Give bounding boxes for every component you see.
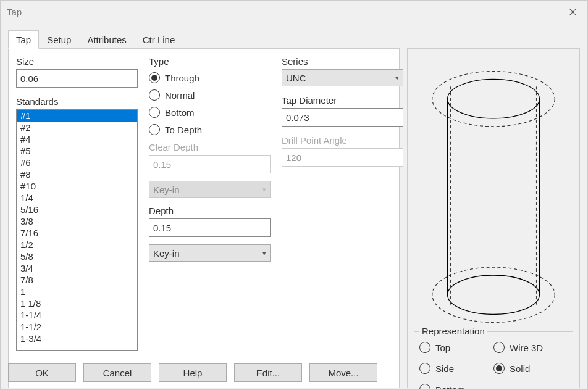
- list-item[interactable]: #4: [17, 133, 137, 145]
- radio-label: Top: [435, 342, 450, 353]
- clear-depth-input: [149, 155, 271, 173]
- list-item[interactable]: 3/8: [17, 215, 137, 227]
- radio-icon: [419, 384, 430, 390]
- help-button[interactable]: Help: [159, 363, 227, 382]
- chevron-down-icon: ▾: [262, 249, 266, 257]
- list-item[interactable]: #1: [17, 110, 137, 122]
- tab-attributes[interactable]: Attributes: [79, 30, 134, 49]
- preview-panel: Representation Top Side Bott: [407, 48, 580, 388]
- radio-icon: [494, 342, 505, 353]
- chevron-down-icon: ▾: [395, 74, 399, 82]
- list-item[interactable]: #2: [17, 122, 137, 133]
- series-combo[interactable]: UNC ▾: [282, 69, 403, 86]
- standards-listbox[interactable]: #1 #2 #4 #5 #6 #8 #10 1/4 5/16 3/8 7/16 …: [16, 109, 138, 351]
- dialog-button-row: OK Cancel Help Edit... Move...: [8, 363, 377, 382]
- size-input[interactable]: [16, 69, 138, 88]
- rep-radio-solid[interactable]: Solid: [494, 363, 568, 374]
- list-item[interactable]: #6: [17, 157, 137, 168]
- list-item[interactable]: 1-3/4: [17, 333, 137, 344]
- preview-canvas: [414, 55, 573, 335]
- size-label: Size: [16, 56, 138, 67]
- edit-button[interactable]: Edit...: [234, 363, 302, 382]
- tap-dialog: Tap Tap Setup Attributes Ctr Line Size S…: [0, 0, 588, 390]
- list-item[interactable]: 7/16: [17, 227, 137, 239]
- tab-tap[interactable]: Tap: [8, 30, 39, 49]
- rep-radio-bottom[interactable]: Bottom: [419, 384, 494, 390]
- list-item[interactable]: 1-1/2: [17, 321, 137, 333]
- type-radio-normal[interactable]: Normal: [149, 89, 271, 101]
- rep-radio-side[interactable]: Side: [419, 363, 494, 374]
- radio-label: Solid: [510, 363, 530, 374]
- list-item[interactable]: 1 1/8: [17, 297, 137, 309]
- window-title: Tap: [7, 7, 22, 17]
- representation-label: Representation: [419, 326, 487, 336]
- tab-bar: Tap Setup Attributes Ctr Line: [8, 28, 580, 49]
- list-item[interactable]: #8: [17, 168, 137, 180]
- list-item[interactable]: 5/16: [17, 204, 137, 215]
- drill-point-angle-label: Drill Point Angle: [282, 135, 403, 146]
- type-label: Type: [149, 56, 271, 67]
- list-item[interactable]: #5: [17, 145, 137, 157]
- dialog-content: Tap Setup Attributes Ctr Line Size Stand…: [8, 28, 580, 382]
- rep-radio-wire3d[interactable]: Wire 3D: [494, 342, 568, 353]
- clear-depth-combo: Key-in ▾: [149, 181, 271, 198]
- combo-value: UNC: [286, 73, 306, 83]
- move-button[interactable]: Move...: [309, 363, 377, 382]
- radio-icon: [149, 72, 160, 83]
- radio-label: Normal: [165, 90, 195, 101]
- radio-icon: [419, 363, 430, 374]
- tab-panel-tap: Size Standards #1 #2 #4 #5 #6 #8 #10 1/4…: [8, 48, 400, 388]
- close-button[interactable]: [558, 1, 587, 23]
- ok-button[interactable]: OK: [8, 363, 76, 382]
- tab-setup[interactable]: Setup: [39, 30, 79, 49]
- cancel-button[interactable]: Cancel: [83, 363, 151, 382]
- rep-radio-top[interactable]: Top: [419, 342, 494, 353]
- svg-point-2: [448, 79, 540, 118]
- list-item[interactable]: 1/4: [17, 192, 137, 204]
- standards-label: Standards: [16, 96, 138, 107]
- depth-combo[interactable]: Key-in ▾: [149, 244, 271, 262]
- radio-label: Through: [165, 73, 200, 83]
- depth-label: Depth: [149, 205, 271, 216]
- tap-preview-icon: [414, 55, 573, 335]
- type-radio-through[interactable]: Through: [149, 72, 271, 83]
- chevron-down-icon: ▾: [262, 186, 266, 194]
- tap-diameter-label: Tap Diameter: [282, 95, 403, 106]
- list-item[interactable]: 1-1/4: [17, 309, 137, 321]
- radio-label: Bottom: [435, 384, 465, 391]
- titlebar: Tap: [1, 1, 587, 23]
- radio-label: Wire 3D: [510, 342, 543, 353]
- radio-label: Bottom: [165, 107, 195, 118]
- list-item[interactable]: 5/8: [17, 251, 137, 262]
- radio-icon: [149, 107, 160, 118]
- representation-group: Representation Top Side Bott: [414, 331, 573, 390]
- type-radio-to-depth[interactable]: To Depth: [149, 124, 271, 135]
- list-item[interactable]: 3/4: [17, 262, 137, 274]
- drill-point-angle-input: [282, 148, 403, 167]
- combo-value: Key-in: [153, 185, 180, 195]
- list-item[interactable]: 1: [17, 286, 137, 297]
- list-item[interactable]: 1/2: [17, 239, 137, 251]
- clear-depth-label: Clear Depth: [149, 142, 271, 152]
- radio-icon: [149, 89, 160, 101]
- list-item[interactable]: 7/8: [17, 274, 137, 286]
- tab-ctr-line[interactable]: Ctr Line: [135, 30, 183, 49]
- close-icon: [569, 8, 577, 16]
- radio-icon: [494, 363, 505, 374]
- combo-value: Key-in: [153, 248, 180, 259]
- depth-input[interactable]: [149, 218, 271, 237]
- tap-diameter-input[interactable]: [282, 108, 403, 127]
- radio-icon: [149, 124, 160, 135]
- list-item[interactable]: #10: [17, 180, 137, 192]
- series-label: Series: [282, 56, 403, 67]
- radio-label: To Depth: [165, 125, 202, 135]
- type-radio-bottom[interactable]: Bottom: [149, 107, 271, 118]
- svg-point-3: [448, 275, 540, 315]
- radio-label: Side: [435, 363, 454, 374]
- radio-icon: [419, 342, 430, 353]
